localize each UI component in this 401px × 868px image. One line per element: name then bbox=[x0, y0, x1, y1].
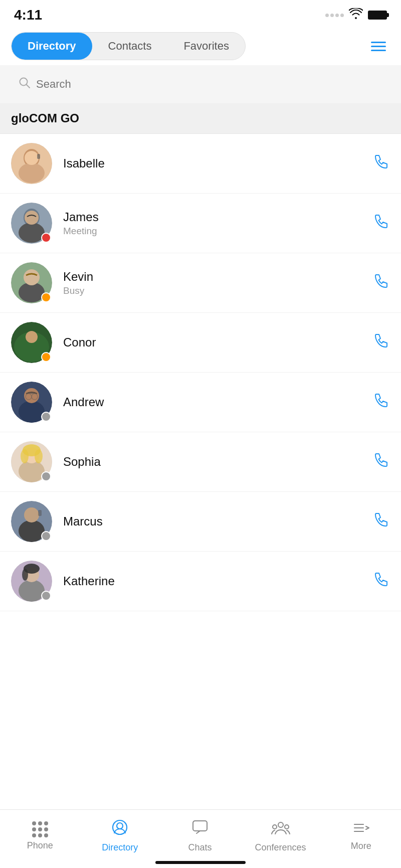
list-item[interactable]: Sophia bbox=[0, 432, 401, 492]
svg-point-9 bbox=[19, 223, 45, 243]
call-button[interactable] bbox=[373, 452, 390, 472]
contact-name: Isabelle bbox=[63, 156, 373, 170]
call-button[interactable] bbox=[373, 153, 390, 174]
svg-point-43 bbox=[285, 825, 289, 829]
tab-directory[interactable]: Directory bbox=[12, 33, 92, 60]
nav-label-directory: Directory bbox=[102, 842, 138, 853]
search-icon bbox=[19, 77, 30, 91]
search-container bbox=[0, 65, 401, 103]
status-badge-meeting bbox=[41, 233, 51, 243]
svg-point-37 bbox=[22, 569, 28, 581]
svg-point-5 bbox=[25, 151, 39, 165]
nav-item-chats[interactable]: Chats bbox=[175, 819, 225, 853]
nav-item-directory[interactable]: Directory bbox=[95, 819, 145, 853]
list-item[interactable]: Andrew bbox=[0, 373, 401, 432]
nav-item-phone[interactable]: Phone bbox=[15, 821, 65, 851]
home-indicator bbox=[155, 861, 246, 864]
section-header: gloCOM GO bbox=[0, 103, 401, 134]
status-bar: 4:11 bbox=[0, 0, 401, 27]
menu-icon[interactable] bbox=[367, 38, 390, 55]
tab-bar: Directory Contacts Favorites bbox=[0, 27, 401, 65]
call-button[interactable] bbox=[373, 213, 390, 234]
svg-point-0 bbox=[20, 78, 28, 86]
tab-favorites[interactable]: Favorites bbox=[167, 33, 245, 60]
call-button[interactable] bbox=[373, 273, 390, 293]
menu-line-2 bbox=[371, 46, 386, 47]
call-button[interactable] bbox=[373, 571, 390, 592]
nav-item-more[interactable]: More bbox=[336, 821, 386, 851]
contact-name: Conor bbox=[63, 335, 373, 350]
contact-info: Andrew bbox=[63, 395, 373, 409]
status-badge-busy bbox=[41, 292, 51, 302]
avatar bbox=[11, 501, 52, 542]
contact-name: Andrew bbox=[63, 395, 373, 409]
avatar bbox=[11, 203, 52, 244]
contact-name: Kevin bbox=[63, 270, 373, 284]
contact-info: Isabelle bbox=[63, 156, 373, 170]
status-badge-offline bbox=[41, 531, 51, 541]
list-item[interactable]: Marcus bbox=[0, 492, 401, 552]
wifi-icon bbox=[349, 8, 363, 22]
nav-item-conferences[interactable]: Conferences bbox=[255, 819, 306, 853]
svg-point-31 bbox=[24, 507, 39, 523]
phone-nav-icon bbox=[32, 821, 48, 837]
nav-label-conferences: Conferences bbox=[255, 842, 306, 853]
nav-label-more: More bbox=[351, 841, 371, 851]
avatar bbox=[11, 441, 52, 482]
avatar bbox=[11, 262, 52, 303]
svg-point-4 bbox=[19, 163, 45, 183]
contact-status: Busy bbox=[63, 285, 373, 296]
conferences-nav-icon bbox=[271, 819, 290, 839]
contact-info: Katherine bbox=[63, 574, 373, 588]
avatar bbox=[11, 143, 52, 184]
contact-name: Sophia bbox=[63, 455, 373, 469]
status-badge-offline bbox=[41, 591, 51, 601]
status-badge-offline bbox=[41, 471, 51, 481]
list-item[interactable]: Kevin Busy bbox=[0, 253, 401, 313]
signal-icon bbox=[325, 14, 344, 17]
contact-info: Sophia bbox=[63, 455, 373, 469]
tab-contacts[interactable]: Contacts bbox=[92, 33, 168, 60]
svg-point-34 bbox=[19, 580, 45, 602]
svg-point-19 bbox=[19, 401, 45, 423]
contact-info: Marcus bbox=[63, 514, 373, 529]
search-input[interactable] bbox=[36, 78, 382, 91]
call-button[interactable] bbox=[373, 332, 390, 353]
status-badge-offline bbox=[41, 412, 51, 422]
contact-name: Marcus bbox=[63, 514, 373, 529]
search-wrapper bbox=[9, 70, 392, 98]
svg-point-41 bbox=[278, 822, 283, 827]
nav-label-chats: Chats bbox=[188, 842, 212, 853]
call-button[interactable] bbox=[373, 511, 390, 532]
svg-point-10 bbox=[25, 211, 39, 225]
svg-point-24 bbox=[19, 460, 45, 482]
contact-status: Meeting bbox=[63, 226, 373, 237]
directory-nav-icon bbox=[111, 819, 128, 839]
call-button[interactable] bbox=[373, 392, 390, 413]
contact-name: James bbox=[63, 210, 373, 224]
status-time: 4:11 bbox=[14, 7, 42, 23]
svg-point-42 bbox=[273, 825, 277, 829]
contact-name: Katherine bbox=[63, 574, 373, 588]
contact-info: James Meeting bbox=[63, 210, 373, 237]
menu-line-3 bbox=[371, 50, 386, 51]
svg-point-27 bbox=[21, 449, 29, 463]
bottom-nav: Phone Directory Chats bbox=[0, 809, 401, 868]
svg-rect-32 bbox=[38, 510, 42, 516]
avatar bbox=[11, 322, 52, 363]
status-icons bbox=[325, 8, 387, 22]
svg-point-39 bbox=[117, 823, 123, 829]
list-item[interactable]: James Meeting bbox=[0, 194, 401, 253]
list-item[interactable]: Katherine bbox=[0, 552, 401, 611]
battery-icon bbox=[368, 11, 387, 20]
menu-line-1 bbox=[371, 42, 386, 43]
nav-label-phone: Phone bbox=[27, 840, 53, 851]
contact-info: Conor bbox=[63, 335, 373, 350]
tab-group: Directory Contacts Favorites bbox=[11, 32, 246, 60]
contact-info: Kevin Busy bbox=[63, 270, 373, 296]
list-item[interactable]: Isabelle bbox=[0, 134, 401, 194]
svg-line-1 bbox=[27, 85, 30, 88]
avatar bbox=[11, 561, 52, 602]
svg-point-17 bbox=[26, 331, 38, 343]
list-item[interactable]: Conor bbox=[0, 313, 401, 373]
